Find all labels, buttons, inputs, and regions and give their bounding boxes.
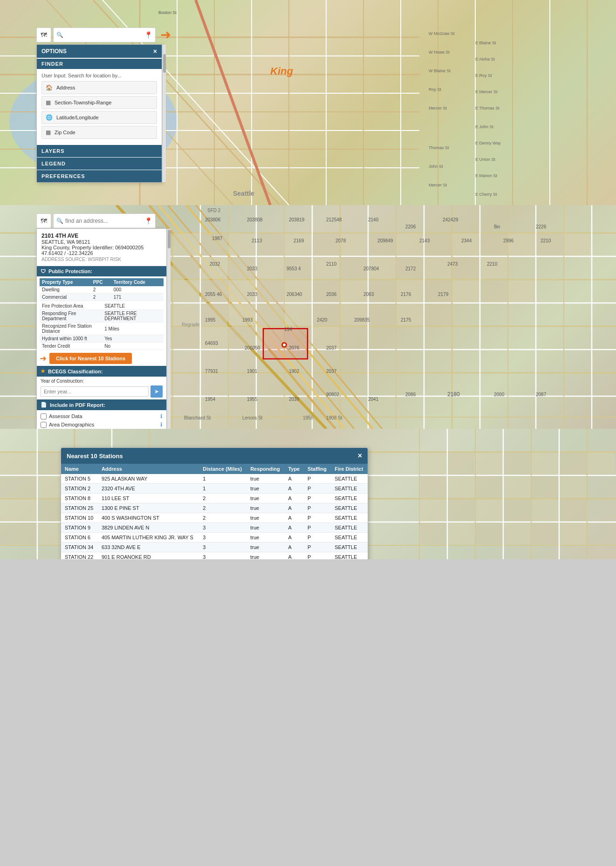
- svg-text:2037: 2037: [326, 345, 337, 351]
- svg-text:E Mercer St: E Mercer St: [475, 89, 498, 94]
- table-cell: 1: [199, 484, 246, 494]
- svg-text:W McGraw St: W McGraw St: [429, 31, 455, 36]
- property-addr1: 2101 4TH AVE: [41, 233, 162, 239]
- table-cell: P: [304, 552, 331, 560]
- nearest-btn-row: ➜ Click for Nearest 10 Stations: [37, 352, 166, 366]
- col-header-property-type: Property Type: [40, 278, 91, 286]
- stations-table: Name Address Distance (Miles) Responding…: [61, 464, 368, 559]
- svg-rect-96: [285, 280, 311, 302]
- svg-text:E Blaine St: E Blaine St: [475, 41, 496, 45]
- svg-rect-112: [480, 257, 507, 279]
- finder-option-address-label: Address: [56, 85, 75, 90]
- finder-section-header: FINDER: [37, 59, 162, 69]
- pdf-assessor-checkbox[interactable]: [41, 413, 47, 419]
- search-input-wrap2: 🔍 📍: [53, 213, 156, 228]
- svg-text:2180: 2180: [447, 391, 460, 398]
- svg-text:203819: 203819: [289, 217, 305, 222]
- pdf-assessor-label[interactable]: Assessor Data: [41, 413, 82, 419]
- table-cell: STATION 34: [61, 543, 98, 552]
- svg-rect-239: [504, 522, 530, 544]
- bcegs-go-button[interactable]: ➤: [151, 385, 163, 398]
- table-cell: STATION 22: [61, 552, 98, 560]
- svg-text:206340: 206340: [287, 292, 302, 297]
- search-input2[interactable]: [65, 218, 144, 224]
- svg-rect-99: [369, 234, 395, 255]
- table-cell: STATION 6: [61, 533, 98, 543]
- table-cell: 925 ALASKAN WAY: [98, 474, 199, 484]
- svg-text:203808: 203808: [247, 217, 263, 222]
- search-input[interactable]: 2101 4th ave., 98121: [65, 32, 144, 38]
- table-cell: STATION 25: [61, 503, 98, 513]
- table-row: STATION 22901 E ROANOKE RD3trueAPSEATTLE: [61, 552, 368, 560]
- pdf-demographics-checkbox[interactable]: [41, 422, 47, 428]
- finder-option-zip[interactable]: ▦ Zip Code: [41, 126, 157, 139]
- svg-text:2176: 2176: [401, 292, 411, 297]
- svg-text:114: 114: [284, 327, 292, 332]
- bcegs-input-row: ➤: [41, 385, 163, 398]
- col-header-name: Name: [61, 464, 98, 474]
- table-row: Hydrant within 1000 ft Yes: [40, 335, 164, 343]
- svg-rect-234: [532, 499, 558, 521]
- table-row: Dwelling 2 000: [40, 286, 164, 294]
- table-cell: A: [284, 513, 304, 523]
- bcegs-year-input[interactable]: [41, 386, 149, 397]
- panel-scrollbar[interactable]: [162, 45, 166, 182]
- svg-rect-229: [560, 476, 586, 498]
- col-header-territory: Territory Code: [111, 278, 164, 286]
- svg-text:2344: 2344: [461, 238, 472, 243]
- options-close-button[interactable]: ×: [153, 48, 157, 55]
- map-icon-button[interactable]: 🗺: [36, 27, 51, 42]
- rfsd-value: 1 Miles: [102, 323, 164, 335]
- layers-accordion[interactable]: LAYERS: [37, 145, 162, 157]
- svg-text:2083: 2083: [363, 292, 374, 297]
- svg-text:2210: 2210: [487, 261, 498, 267]
- finder-label: User Input: Search for location by...: [41, 73, 157, 78]
- svg-rect-230: [419, 499, 446, 521]
- preferences-accordion[interactable]: PREFERENCES: [37, 170, 162, 182]
- svg-text:E Roy St: E Roy St: [475, 73, 492, 78]
- table-cell: A: [284, 523, 304, 533]
- finder-option-address[interactable]: 🏠 Address: [41, 81, 157, 94]
- svg-text:64693: 64693: [205, 341, 218, 346]
- finder-option-section[interactable]: ▦ Section-Township-Range: [41, 96, 157, 109]
- stations-close-button[interactable]: ×: [358, 452, 362, 460]
- svg-rect-236: [419, 522, 446, 544]
- nearest-stations-button[interactable]: Click for Nearest 10 Stations: [49, 353, 132, 364]
- rfd-label: Responding Fire Department: [40, 310, 102, 323]
- row2-territory: 171: [111, 294, 164, 301]
- svg-text:E Denny Way: E Denny Way: [475, 141, 501, 145]
- svg-text:1993: 1993: [242, 317, 253, 323]
- globe-icon: 🌐: [46, 114, 53, 121]
- svg-rect-110: [424, 257, 451, 279]
- property-panel-scrollbar[interactable]: [167, 229, 171, 429]
- pdf-icon: 📄: [41, 402, 47, 408]
- svg-text:2473: 2473: [447, 261, 458, 267]
- svg-text:209835: 209835: [354, 317, 370, 323]
- finder-option-latlng[interactable]: 🌐 Latitude/Longitude: [41, 111, 157, 124]
- location-pin-icon[interactable]: 📍: [144, 31, 152, 39]
- svg-rect-82: [229, 234, 255, 255]
- location-pin-icon2[interactable]: 📍: [144, 217, 152, 225]
- svg-rect-218: [448, 453, 474, 474]
- map-icon-button2[interactable]: 🗺: [36, 213, 51, 228]
- col-header-staffing: Staffing: [304, 464, 331, 474]
- demographics-info-icon[interactable]: ℹ: [160, 421, 163, 428]
- svg-text:90802: 90802: [326, 392, 339, 397]
- assessor-info-icon[interactable]: ℹ: [160, 413, 163, 419]
- hydrant-value: Yes: [102, 335, 164, 343]
- col-header-fire-district: Fire District: [331, 464, 368, 474]
- svg-rect-113: [341, 280, 367, 302]
- table-cell: 1300 E PINE ST: [98, 503, 199, 513]
- svg-rect-91: [313, 257, 339, 279]
- property-panel-scrollbar-thumb: [168, 230, 171, 248]
- svg-text:W Howe St: W Howe St: [429, 50, 450, 55]
- col-header-type: Type: [284, 464, 304, 474]
- svg-text:Regrade: Regrade: [182, 322, 200, 327]
- row2-type: Commercial: [40, 294, 91, 301]
- svg-rect-237: [448, 522, 474, 544]
- table-row: Commercial 2 171: [40, 294, 164, 301]
- section1-map: W McGraw St W Howe St W Blaine St Roy St…: [0, 0, 616, 205]
- legend-accordion[interactable]: LEGEND: [37, 158, 162, 170]
- pdf-demographics-label[interactable]: Area Demographics: [41, 422, 94, 428]
- svg-text:242429: 242429: [443, 217, 459, 222]
